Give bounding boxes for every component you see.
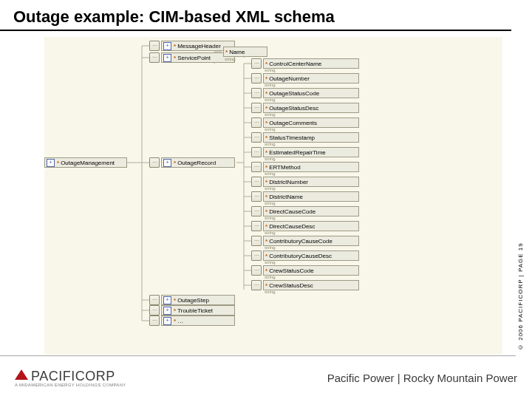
type-label: string xyxy=(265,142,276,146)
type-label: string xyxy=(265,83,276,87)
choice-icon: ⋯ xyxy=(149,295,160,305)
logo: PACIFICORP A MIDAMERICAN ENERGY HOLDINGS… xyxy=(15,369,126,387)
logo-sub: A MIDAMERICAN ENERGY HOLDINGS COMPANY xyxy=(15,383,126,387)
type-label: string xyxy=(265,157,276,161)
required-icon: * xyxy=(174,43,176,50)
type-label: string xyxy=(265,216,276,220)
type-label: string xyxy=(265,245,276,250)
node-CrewStatusCode[interactable]: *CrewStatusCode xyxy=(263,265,359,276)
required-icon: * xyxy=(174,297,176,304)
choice-icon: ⋯ xyxy=(251,221,262,231)
required-icon: * xyxy=(265,208,267,215)
choice-icon: ⋯ xyxy=(251,206,262,216)
node-OutageComments[interactable]: *OutageComments xyxy=(263,117,359,128)
choice-icon: ⋯ xyxy=(251,73,262,83)
required-icon: * xyxy=(174,55,176,61)
schema-canvas: + * OutageManagement ⋯ ⋯ +*MessageHeader… xyxy=(44,37,502,355)
node-OutageStatusDesc[interactable]: *OutageStatusDesc xyxy=(263,103,359,113)
copyright-text: © 2006 PACIFICORP | PAGE 19 xyxy=(517,44,531,350)
required-icon: * xyxy=(265,267,267,274)
choice-icon: ⋯ xyxy=(251,280,262,290)
node-TroubleTicket[interactable]: +*TroubleTicket xyxy=(161,305,235,316)
choice-icon: ⋯ xyxy=(251,265,262,276)
choice-icon: ⋯ xyxy=(149,41,160,51)
required-icon: * xyxy=(265,253,267,259)
node-EstimatedRepairTime[interactable]: *EstimatedRepairTime xyxy=(263,147,359,157)
node-ControlCenterName[interactable]: *ControlCenterName xyxy=(263,58,359,69)
triangle-icon xyxy=(15,369,28,380)
node-StatusTimestamp[interactable]: *StatusTimestamp xyxy=(263,132,359,143)
type-label: string xyxy=(265,201,276,205)
type-label: string xyxy=(265,231,276,235)
required-icon: * xyxy=(265,61,267,67)
node-root[interactable]: + * OutageManagement xyxy=(44,157,127,168)
node-ContributoryCauseDesc[interactable]: *ContributoryCauseDesc xyxy=(263,250,359,261)
choice-icon: ⋯ xyxy=(251,132,262,143)
footer: PACIFICORP A MIDAMERICAN ENERGY HOLDINGS… xyxy=(0,356,532,399)
expand-icon[interactable]: + xyxy=(163,296,171,304)
expand-icon[interactable]: + xyxy=(163,159,171,167)
choice-icon: ⋯ xyxy=(149,52,160,63)
node-CrewStatusDesc[interactable]: *CrewStatusDesc xyxy=(263,280,359,290)
node-DirectCauseDesc[interactable]: *DirectCauseDesc xyxy=(263,221,359,231)
expand-icon[interactable]: + xyxy=(163,42,171,50)
expand-icon[interactable]: + xyxy=(47,159,55,167)
expand-icon[interactable]: + xyxy=(163,317,171,325)
required-icon: * xyxy=(174,160,176,166)
choice-icon: ⋯ xyxy=(149,316,160,326)
choice-icon: ⋯ xyxy=(251,162,262,172)
type-label: string xyxy=(265,112,276,117)
choice-icon: ⋯ xyxy=(251,147,262,157)
required-icon: * xyxy=(265,105,267,112)
node-OutageNumber[interactable]: *OutageNumber xyxy=(263,73,359,83)
required-icon: * xyxy=(265,149,267,156)
required-icon: * xyxy=(265,194,267,200)
node-DistrictName[interactable]: *DistrictName xyxy=(263,191,359,202)
node-DirectCauseCode[interactable]: *DirectCauseCode xyxy=(263,206,359,216)
required-icon: * xyxy=(265,120,267,126)
expand-icon[interactable]: + xyxy=(163,307,171,315)
node-Name[interactable]: *Name xyxy=(223,47,267,57)
node-extra[interactable]: +*… xyxy=(161,316,235,326)
node-OutageRecord[interactable]: +*OutageRecord xyxy=(161,157,235,168)
type-label: string xyxy=(265,275,276,279)
type-label: string xyxy=(265,186,276,191)
required-icon: * xyxy=(57,160,59,166)
required-icon: * xyxy=(265,134,267,141)
node-OutageStep[interactable]: +*OutageStep xyxy=(161,295,235,305)
required-icon: * xyxy=(174,307,176,314)
type-label: string xyxy=(265,290,276,294)
choice-icon: ⋯ xyxy=(251,103,262,113)
required-icon: * xyxy=(265,90,267,97)
node-ContributoryCauseCode[interactable]: *ContributoryCauseCode xyxy=(263,236,359,246)
choice-icon: ⋯ xyxy=(149,157,160,168)
node-DistrictNumber[interactable]: *DistrictNumber xyxy=(263,177,359,187)
required-icon: * xyxy=(265,223,267,230)
required-icon: * xyxy=(225,49,228,55)
page-title: Outage example: CIM-based XML schema xyxy=(0,0,511,31)
choice-icon: ⋯ xyxy=(251,250,262,261)
expand-icon[interactable]: + xyxy=(163,54,171,62)
brand-text: Pacific Power | Rocky Mountain Power xyxy=(327,372,517,384)
choice-icon: ⋯ xyxy=(251,58,262,69)
type-label: string xyxy=(265,171,276,176)
choice-icon: ⋯ xyxy=(149,305,160,316)
type-label: string xyxy=(265,260,276,265)
required-icon: * xyxy=(265,75,267,82)
required-icon: * xyxy=(265,282,267,289)
type-label: string xyxy=(265,127,276,132)
choice-icon: ⋯ xyxy=(251,177,262,187)
choice-icon: ⋯ xyxy=(251,117,262,128)
node-OutageStatusCode[interactable]: *OutageStatusCode xyxy=(263,88,359,98)
required-icon: * xyxy=(265,238,267,245)
choice-icon: ⋯ xyxy=(251,236,262,246)
choice-icon: ⋯ xyxy=(251,191,262,202)
type-label: string xyxy=(225,57,236,61)
node-ERTMethod[interactable]: *ERTMethod xyxy=(263,162,359,172)
required-icon: * xyxy=(265,179,267,185)
required-icon: * xyxy=(174,318,176,324)
choice-icon: ⋯ xyxy=(251,88,262,98)
type-label: string xyxy=(265,98,276,102)
required-icon: * xyxy=(265,164,267,171)
type-label: string xyxy=(265,68,276,72)
